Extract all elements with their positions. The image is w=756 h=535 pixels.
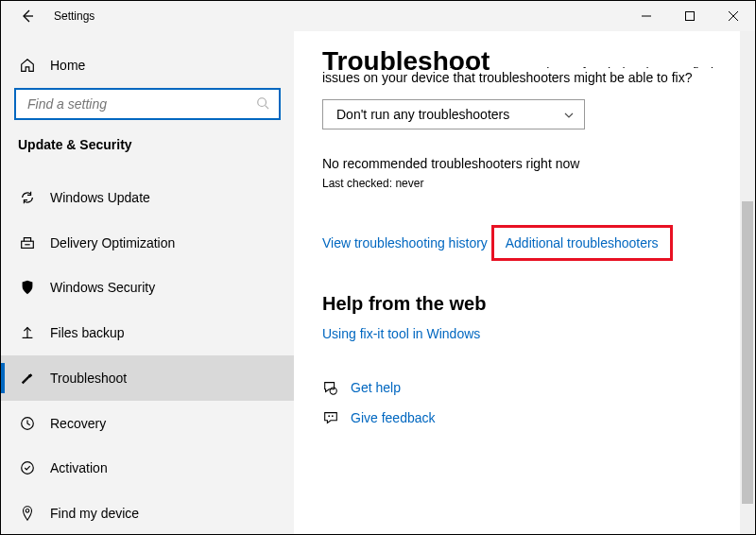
sidebar-item-label: Files backup bbox=[50, 325, 125, 340]
search-container bbox=[14, 88, 281, 120]
dropdown-value: Don't run any troubleshooters bbox=[336, 107, 509, 122]
last-checked-text: Last checked: never bbox=[322, 177, 755, 190]
svg-point-5 bbox=[258, 98, 266, 107]
sidebar-home-label: Home bbox=[50, 58, 85, 73]
sidebar-item-find-my-device[interactable]: Find my device bbox=[1, 491, 294, 535]
sidebar-item-activation[interactable]: Activation bbox=[1, 445, 294, 491]
activation-icon bbox=[18, 458, 37, 477]
description-text: experience. How much do you want Microso… bbox=[322, 63, 719, 88]
sidebar-item-label: Recovery bbox=[50, 416, 106, 431]
description-line: issues on your device that troubleshoote… bbox=[322, 70, 692, 85]
sidebar-item-label: Delivery Optimization bbox=[50, 235, 175, 250]
svg-point-13 bbox=[26, 509, 29, 513]
maximize-button[interactable] bbox=[668, 1, 712, 31]
sidebar-item-windows-update[interactable]: Windows Update bbox=[1, 175, 294, 220]
sidebar-item-label: Find my device bbox=[50, 506, 139, 521]
search-box[interactable] bbox=[14, 88, 281, 120]
sidebar-item-recovery[interactable]: Recovery bbox=[1, 401, 294, 446]
content-area: Troubleshoot experience. How much do you… bbox=[294, 31, 755, 535]
sidebar-item-label: Activation bbox=[50, 460, 108, 475]
sidebar-home[interactable]: Home bbox=[1, 46, 294, 84]
sidebar: Home Update & Security Windows Update bbox=[1, 31, 294, 535]
search-icon bbox=[256, 96, 271, 112]
scrollbar[interactable] bbox=[740, 31, 755, 535]
sidebar-item-label: Windows Security bbox=[50, 280, 155, 295]
troubleshooter-preference-dropdown[interactable]: Don't run any troubleshooters bbox=[322, 99, 585, 129]
status-text: No recommended troubleshooters right now bbox=[322, 156, 755, 171]
sidebar-item-windows-security[interactable]: Windows Security bbox=[1, 265, 294, 310]
footer-links: Get help Give feedback bbox=[322, 379, 755, 426]
window-title: Settings bbox=[54, 9, 94, 23]
recovery-icon bbox=[18, 414, 37, 433]
sidebar-item-delivery-optimization[interactable]: Delivery Optimization bbox=[1, 220, 294, 266]
scrollbar-thumb[interactable] bbox=[742, 201, 753, 504]
backup-icon bbox=[18, 323, 37, 342]
svg-line-6 bbox=[266, 105, 269, 109]
svg-rect-2 bbox=[686, 12, 695, 21]
search-input[interactable] bbox=[26, 95, 256, 112]
back-button[interactable] bbox=[18, 7, 37, 26]
sidebar-nav: Windows Update Delivery Optimization Win… bbox=[1, 175, 294, 535]
get-help-link[interactable]: Get help bbox=[351, 380, 401, 395]
sidebar-item-label: Troubleshoot bbox=[50, 371, 127, 386]
feedback-icon bbox=[322, 409, 339, 426]
sidebar-item-troubleshoot[interactable]: Troubleshoot bbox=[1, 355, 294, 401]
minimize-button[interactable] bbox=[625, 1, 668, 31]
get-help-row[interactable]: Get help bbox=[322, 379, 755, 396]
highlight-box: Additional troubleshooters bbox=[491, 225, 673, 261]
svg-point-16 bbox=[332, 415, 334, 417]
close-button[interactable] bbox=[712, 1, 755, 31]
home-icon bbox=[18, 56, 37, 75]
window-controls bbox=[625, 1, 755, 31]
svg-point-15 bbox=[328, 415, 330, 417]
svg-point-12 bbox=[22, 462, 34, 475]
sync-icon bbox=[18, 188, 37, 207]
sidebar-item-label: Windows Update bbox=[50, 190, 150, 205]
view-history-link[interactable]: View troubleshooting history bbox=[322, 235, 488, 250]
chevron-down-icon bbox=[563, 109, 575, 120]
sidebar-section-title: Update & Security bbox=[1, 137, 294, 152]
titlebar: Settings bbox=[1, 1, 755, 31]
additional-troubleshooters-highlight: Additional troubleshooters bbox=[491, 225, 673, 261]
partial-text-line: experience. How much do you want Microso… bbox=[322, 63, 719, 68]
wrench-icon bbox=[18, 369, 37, 388]
location-icon bbox=[18, 504, 37, 523]
close-icon bbox=[729, 11, 738, 21]
help-from-web-heading: Help from the web bbox=[322, 293, 755, 315]
get-help-icon bbox=[322, 379, 339, 396]
app-body: Home Update & Security Windows Update bbox=[1, 31, 755, 535]
fixit-link[interactable]: Using fix-it tool in Windows bbox=[322, 326, 480, 341]
delivery-icon bbox=[18, 233, 37, 252]
sidebar-item-files-backup[interactable]: Files backup bbox=[1, 310, 294, 355]
give-feedback-link[interactable]: Give feedback bbox=[351, 410, 436, 425]
maximize-icon bbox=[685, 11, 695, 21]
svg-point-14 bbox=[330, 388, 336, 394]
additional-troubleshooters-link[interactable]: Additional troubleshooters bbox=[506, 235, 659, 250]
shield-icon bbox=[18, 278, 37, 297]
give-feedback-row[interactable]: Give feedback bbox=[322, 409, 755, 426]
back-arrow-icon bbox=[20, 9, 35, 24]
minimize-icon bbox=[642, 11, 651, 21]
